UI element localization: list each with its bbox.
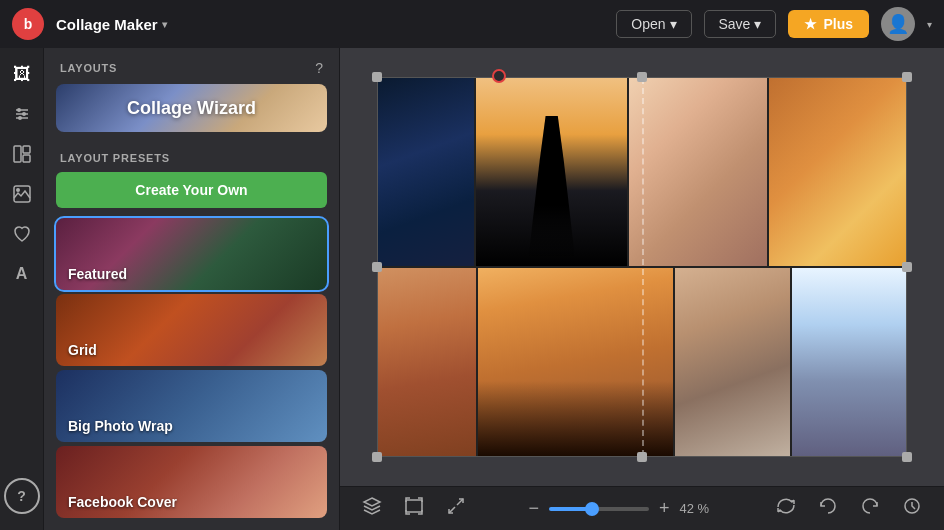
canvas-area: − + 42 % xyxy=(340,48,944,530)
svg-rect-8 xyxy=(23,155,30,162)
create-own-button[interactable]: Create Your Own xyxy=(56,172,327,208)
collage-wizard-label: Collage Wizard xyxy=(127,98,256,119)
resize-handle-bl[interactable] xyxy=(372,452,382,462)
resize-handle-tc[interactable] xyxy=(637,72,647,82)
app-logo[interactable]: b xyxy=(12,8,44,40)
layouts-title: LAYOUTS xyxy=(60,62,117,74)
cell-5 xyxy=(378,268,476,456)
app-name-label: Collage Maker xyxy=(56,16,158,33)
presets-section: LAYOUT PRESETS Create Your Own Featured … xyxy=(44,144,339,530)
preset-bigphoto-label: Big Photo Wrap xyxy=(68,418,173,434)
plus-button[interactable]: ★ Plus xyxy=(788,10,869,38)
layouts-help-icon[interactable]: ? xyxy=(315,60,323,76)
avatar-caret-icon[interactable]: ▾ xyxy=(927,19,932,30)
preset-item-bigphoto[interactable]: Big Photo Wrap xyxy=(56,370,327,442)
layouts-section-header: LAYOUTS ? xyxy=(44,48,339,84)
zoom-controls: − + 42 % xyxy=(524,498,717,519)
resize-handle-mr[interactable] xyxy=(902,262,912,272)
zoom-slider[interactable] xyxy=(549,507,649,511)
star-icon: ★ xyxy=(804,16,817,32)
app-name-caret-icon: ▾ xyxy=(162,19,167,30)
cell-7 xyxy=(675,268,906,456)
tool-clipart[interactable] xyxy=(4,176,40,212)
redo-button[interactable] xyxy=(854,492,886,525)
tool-adjust[interactable] xyxy=(4,96,40,132)
cell-2 xyxy=(476,78,627,266)
svg-point-3 xyxy=(22,112,26,116)
expand-button[interactable] xyxy=(440,492,472,525)
history-button[interactable] xyxy=(896,492,928,525)
bottom-bar: − + 42 % xyxy=(340,486,944,530)
preset-item-grid[interactable]: Grid xyxy=(56,294,327,366)
svg-point-1 xyxy=(17,108,21,112)
preset-item-featured[interactable]: Featured xyxy=(56,218,327,290)
cell-1 xyxy=(378,78,474,266)
header: b Collage Maker ▾ Open ▾ Save ▾ ★ Plus 👤… xyxy=(0,0,944,48)
svg-line-14 xyxy=(449,507,455,513)
save-caret-icon: ▾ xyxy=(754,16,761,32)
undo-button[interactable] xyxy=(812,492,844,525)
svg-rect-6 xyxy=(14,146,21,162)
preset-item-facebook[interactable]: Facebook Cover xyxy=(56,446,327,518)
layers-button[interactable] xyxy=(356,492,388,525)
open-caret-icon: ▾ xyxy=(670,16,677,32)
resize-handle-br[interactable] xyxy=(902,452,912,462)
svg-point-10 xyxy=(16,188,20,192)
save-button[interactable]: Save ▾ xyxy=(704,10,777,38)
collage-wizard-card[interactable]: Collage Wizard xyxy=(56,84,327,132)
tool-layout[interactable] xyxy=(4,136,40,172)
help-button-toolbar[interactable]: ? xyxy=(4,478,40,514)
preset-grid-label: Grid xyxy=(68,342,97,358)
resize-handle-bc[interactable] xyxy=(637,452,647,462)
svg-point-5 xyxy=(18,116,22,120)
svg-line-13 xyxy=(457,499,463,505)
preset-featured-label: Featured xyxy=(68,266,127,282)
open-button[interactable]: Open ▾ xyxy=(616,10,691,38)
tool-photos[interactable]: 🖼 xyxy=(4,56,40,92)
presets-title: LAYOUT PRESETS xyxy=(56,144,327,172)
canvas-workspace[interactable] xyxy=(340,48,944,486)
svg-rect-7 xyxy=(23,146,30,153)
collage-canvas[interactable] xyxy=(377,77,907,457)
avatar[interactable]: 👤 xyxy=(881,7,915,41)
resize-handle-ml[interactable] xyxy=(372,262,382,272)
svg-marker-11 xyxy=(364,498,380,506)
zoom-plus-button[interactable]: + xyxy=(655,498,674,519)
zoom-minus-button[interactable]: − xyxy=(524,498,543,519)
cell-6 xyxy=(478,268,674,456)
left-toolbar: 🖼 A xyxy=(0,48,44,530)
cell-4 xyxy=(769,78,906,266)
tool-heart[interactable] xyxy=(4,216,40,252)
sidebar: LAYOUTS ? Collage Wizard LAYOUT PRESETS … xyxy=(44,48,340,530)
tool-text[interactable]: A xyxy=(4,256,40,292)
cell-3 xyxy=(629,78,766,266)
resize-handle-tl[interactable] xyxy=(372,72,382,82)
resize-handle-tr[interactable] xyxy=(902,72,912,82)
repeat-button[interactable] xyxy=(770,492,802,525)
frame-button[interactable] xyxy=(398,492,430,525)
column-drag-handle[interactable] xyxy=(492,69,506,83)
app-name-button[interactable]: Collage Maker ▾ xyxy=(56,16,167,33)
zoom-label: 42 % xyxy=(680,501,718,516)
svg-rect-12 xyxy=(406,500,422,512)
main-area: 🖼 A xyxy=(0,48,944,530)
preset-facebook-label: Facebook Cover xyxy=(68,494,177,510)
